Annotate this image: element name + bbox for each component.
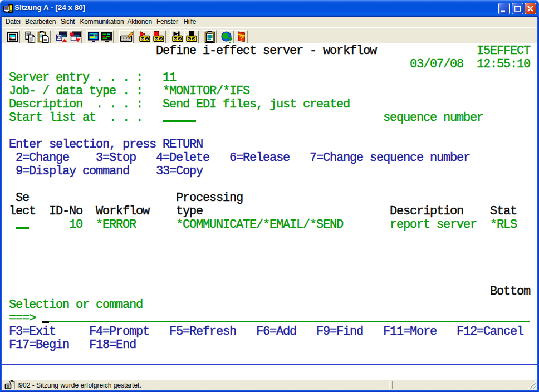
svg-text:?: ? [227,35,232,44]
